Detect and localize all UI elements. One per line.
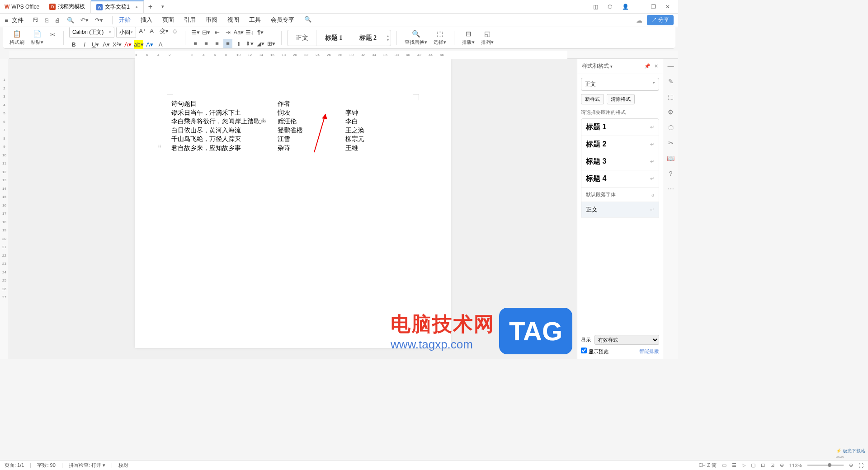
selection-icon[interactable]: ⬚	[668, 93, 674, 100]
phonetic-icon[interactable]: 变▾	[160, 27, 169, 36]
decrease-font-icon[interactable]: A⁻	[149, 27, 158, 36]
tab-review[interactable]: 审阅	[205, 13, 218, 28]
tab-tools[interactable]: 工具	[248, 13, 262, 28]
style-h2[interactable]: 标题 2	[351, 30, 386, 46]
fill-button[interactable]: ◢▾	[256, 39, 265, 48]
cell[interactable]: 千山鸟飞绝，万径人踪灭	[171, 135, 278, 144]
new-style-button[interactable]: 新样式	[581, 94, 604, 104]
style-list-item[interactable]: 标题 1↵	[581, 119, 659, 136]
paste-button[interactable]: 📄粘贴▾	[28, 29, 46, 47]
select-button[interactable]: ⬚选择▾	[431, 29, 448, 47]
collapse-icon[interactable]: —	[668, 62, 674, 70]
cell[interactable]: 作者	[278, 99, 345, 108]
sort-button[interactable]: ☰↓	[245, 28, 254, 37]
document-canvas[interactable]: 诗句题目作者锄禾日当午，汗滴禾下土悯农李钟李白乘舟将欲行，忽闻岸上踏歌声赠汪伦李…	[9, 59, 577, 359]
cell[interactable]	[345, 99, 382, 108]
style-list-item[interactable]: 默认段落字体a	[581, 188, 659, 202]
arrange-button[interactable]: ◱排列▾	[479, 29, 496, 47]
row-handle-icon[interactable]: ⠿	[158, 144, 161, 150]
cell[interactable]: 登鹳雀楼	[278, 126, 345, 135]
tab-home[interactable]: 开始	[118, 13, 132, 28]
cell[interactable]: 李白乘舟将欲行，忽闻岸上踏歌声	[171, 117, 278, 126]
cut-button[interactable]: ✂	[47, 30, 58, 46]
align-right-button[interactable]: ≡	[212, 39, 222, 48]
help-icon[interactable]: ?	[669, 170, 673, 177]
book-icon[interactable]: 📖	[667, 155, 675, 162]
style-h1[interactable]: 标题 1	[317, 30, 351, 46]
distribute-button[interactable]: ⫿	[234, 39, 243, 48]
preview-checkbox[interactable]: 显示预览	[581, 348, 609, 355]
case-button[interactable]: Aa▾	[234, 28, 243, 37]
cell[interactable]: 杂诗	[278, 144, 345, 153]
maximize-button[interactable]: ❐	[651, 4, 657, 10]
layout-button[interactable]: ⊟排版▾	[460, 29, 477, 47]
horizontal-ruler[interactable]: 8642246810121416182022242628303234363840…	[9, 51, 678, 59]
style-list-item[interactable]: 正文↵	[581, 202, 659, 218]
highlight-button[interactable]: ab▾	[134, 40, 143, 49]
style-list-item[interactable]: 标题 2↵	[581, 136, 659, 153]
border-button[interactable]: ⊞▾	[267, 39, 276, 48]
underline-button[interactable]: U▾	[91, 40, 100, 49]
format-painter-button[interactable]: 📋格式刷	[7, 29, 27, 47]
search-icon[interactable]: 🔍	[303, 13, 312, 28]
layout-icon[interactable]: ◫	[593, 4, 599, 10]
increase-font-icon[interactable]: A⁺	[138, 27, 147, 36]
increase-indent-button[interactable]: ⇥	[223, 28, 232, 37]
style-normal[interactable]: 正文	[288, 30, 317, 46]
pencil-icon[interactable]: ✎	[668, 78, 674, 85]
clear-format-button[interactable]: 清除格式	[607, 94, 635, 104]
settings-icon[interactable]: ⚙	[668, 108, 674, 116]
cell[interactable]: 柳宗元	[345, 135, 382, 144]
tab-add-button[interactable]: +	[144, 3, 157, 11]
find-replace-button[interactable]: 🔍查找替换▾	[402, 29, 429, 47]
font-select[interactable]: Calibri (正文)▾	[69, 27, 114, 38]
table-row[interactable]: 李白乘舟将欲行，忽闻岸上踏歌声赠汪伦李白	[171, 117, 415, 126]
page[interactable]: 诗句题目作者锄禾日当午，汗滴禾下土悯农李钟李白乘舟将欲行，忽闻岸上踏歌声赠汪伦李…	[135, 59, 451, 348]
undo-icon[interactable]: ↶▾	[80, 17, 89, 24]
para-mark-button[interactable]: ¶▾	[256, 28, 265, 37]
tools-rail-icon[interactable]: ✂	[668, 139, 674, 146]
cell[interactable]: 白日依山尽，黄河入海流	[171, 126, 278, 135]
tab-document[interactable]: W 文字文稿1 •	[91, 0, 144, 13]
tab-view[interactable]: 视图	[226, 13, 240, 28]
print-icon[interactable]: 🖨	[55, 17, 61, 24]
smart-layout-link[interactable]: 智能排版	[639, 348, 659, 355]
tab-menu-button[interactable]: ▾	[157, 4, 169, 9]
export-icon[interactable]: ⎘	[45, 17, 48, 24]
cell[interactable]: 君自故乡来，应知故乡事	[171, 144, 278, 153]
superscript-button[interactable]: X²▾	[113, 40, 122, 49]
align-left-button[interactable]: ≡	[191, 39, 200, 48]
table-row[interactable]: 锄禾日当午，汗滴禾下土悯农李钟	[171, 108, 415, 118]
vertical-ruler[interactable]: 1234567891011121314151617181920212223242…	[0, 59, 9, 359]
cell[interactable]: 悯农	[278, 108, 345, 118]
bullets-button[interactable]: ☰▾	[191, 28, 200, 37]
size-select[interactable]: 小四▾	[116, 27, 136, 38]
cell[interactable]: 锄禾日当午，汗滴禾下土	[171, 108, 278, 118]
style-list-item[interactable]: 标题 4↵	[581, 170, 659, 188]
cell[interactable]: 赠汪伦	[278, 117, 345, 126]
redo-icon[interactable]: ↷▾	[95, 17, 103, 24]
line-spacing-button[interactable]: ⇕▾	[245, 39, 254, 48]
table-row[interactable]: 白日依山尽，黄河入海流登鹳雀楼王之涣	[171, 126, 415, 135]
cell[interactable]: 诗句题目	[171, 99, 278, 108]
table-row[interactable]: 诗句题目作者	[171, 99, 415, 108]
cell[interactable]: 王之涣	[345, 126, 382, 135]
align-center-button[interactable]: ≡	[202, 39, 211, 48]
hamburger-icon[interactable]: ≡	[5, 17, 11, 24]
table-row[interactable]: ⠿君自故乡来，应知故乡事杂诗王维	[171, 144, 415, 153]
align-justify-button[interactable]: ≡	[223, 39, 232, 48]
tab-reference[interactable]: 引用	[183, 13, 197, 28]
cell[interactable]: 江雪	[278, 135, 345, 144]
pin-icon[interactable]: 📌	[644, 63, 651, 69]
cell[interactable]: 王维	[345, 144, 382, 153]
char-border-button[interactable]: A	[156, 40, 165, 49]
cloud-rail-icon[interactable]: ⬡	[668, 124, 674, 131]
cube-icon[interactable]: ⬡	[608, 4, 614, 10]
user-icon[interactable]: 👤	[622, 4, 628, 10]
cell[interactable]: 李白	[345, 117, 382, 126]
strike-button[interactable]: A̶▾	[102, 40, 111, 49]
close-button[interactable]: ✕	[665, 4, 672, 10]
more-icon[interactable]: ⋯	[668, 185, 674, 193]
clear-format-icon[interactable]: ◇	[170, 27, 179, 36]
bold-button[interactable]: B	[69, 40, 78, 49]
